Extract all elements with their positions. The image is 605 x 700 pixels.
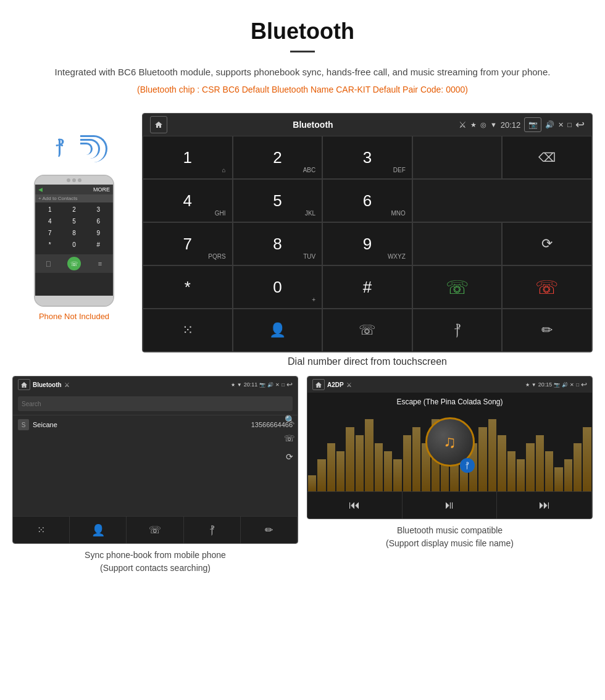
phone-call-button[interactable]: ☏ (67, 257, 81, 270)
bottom-bluetooth-icon[interactable]: ⳨ (412, 309, 503, 352)
page-description: Integrated with BC6 Bluetooth module, su… (37, 65, 568, 80)
music-caption: Bluetooth music compatible (Support disp… (386, 524, 514, 550)
call-green-button[interactable]: ☏ (412, 265, 503, 309)
pb-search-icon[interactable]: 🔍 (285, 415, 295, 425)
pb-contacts-button[interactable]: 👤 (70, 517, 127, 543)
phonebook-home-button[interactable] (18, 379, 30, 390)
bottom-dialpad-icon[interactable]: ⁙ (143, 309, 233, 352)
phonebook-search-row (13, 393, 298, 415)
call-red-button[interactable]: ☏ (502, 265, 592, 309)
car-dialpad-screen: Bluetooth ⚔ ★ ◎ ▼ 20:12 📷 🔊 ✕ □ ↩ 1 ⌂ (142, 113, 593, 352)
car-status-bar: Bluetooth ⚔ ★ ◎ ▼ 20:12 📷 🔊 ✕ □ ↩ (143, 114, 592, 136)
pb-call-icon[interactable]: ☏ (284, 433, 295, 443)
music-caption-line2: (Support display music file name) (386, 537, 514, 550)
dial-key-1[interactable]: 1 ⌂ (143, 136, 233, 179)
bluetooth-logo: ⳨ (56, 138, 64, 158)
pb-settings-button[interactable]: ✏ (241, 517, 298, 543)
eq-bar (583, 427, 591, 491)
bottom-settings-icon[interactable]: ✏ (502, 309, 592, 352)
dial-key-3[interactable]: 3 DEF (322, 136, 412, 179)
phone-key-5: 5 (66, 217, 82, 227)
car-status-right: ⚔ ★ ◎ ▼ 20:12 📷 🔊 ✕ □ ↩ (459, 117, 585, 132)
music-back-button[interactable]: ↩ (581, 380, 587, 389)
dial-key-hash[interactable]: # (322, 265, 412, 309)
music-status-left: A2DP ⚔ (312, 379, 352, 390)
phone-key-4: 4 (42, 217, 58, 227)
pb-dialpad-button[interactable]: ⁙ (13, 517, 70, 543)
home-button[interactable] (150, 116, 167, 133)
rewind-button[interactable]: ⏮ (307, 492, 403, 519)
music-block: A2DP ⚔ ★ ▼ 20:15 📷 🔊 ✕ □ ↩ Escap (307, 376, 593, 575)
phonebook-screen-title: Bluetooth (33, 381, 62, 388)
phone-dialpad-row-3: 7 8 9 (38, 228, 111, 238)
music-x-icon: ✕ (570, 382, 574, 388)
bottom-contacts-icon[interactable]: 👤 (233, 309, 323, 352)
x-icon: ✕ (558, 121, 564, 129)
eq-bar (356, 435, 364, 491)
pb-phone-button[interactable]: ☏ (127, 517, 183, 543)
eq-bar (526, 443, 534, 491)
phone-top-bar (35, 176, 113, 185)
phonebook-block: Bluetooth ⚔ ★ ▼ 20:11 📷 🔊 ✕ □ ↩ (12, 376, 298, 575)
music-note-icon: ♫ (443, 432, 456, 452)
eq-bar (545, 451, 553, 491)
phone-key-3: 3 (90, 205, 106, 215)
dial-key-8[interactable]: 8 TUV (233, 222, 323, 265)
bluetooth-specs: (Bluetooth chip : CSR BC6 Default Blueto… (37, 85, 568, 94)
dial-key-2[interactable]: 2 ABC (233, 136, 323, 179)
phonebook-screen: Bluetooth ⚔ ★ ▼ 20:11 📷 🔊 ✕ □ ↩ (12, 376, 298, 544)
eq-bar (336, 451, 344, 491)
eq-bar (564, 459, 572, 491)
dial-key-6[interactable]: 6 MNO (322, 179, 412, 222)
phonebook-usb-icon: ⚔ (64, 381, 70, 388)
music-time: 20:15 (538, 381, 553, 388)
dial-key-0[interactable]: 0 + (233, 265, 323, 309)
music-home-icon (315, 382, 322, 388)
music-album-art-wrapper: ♫ ⳨ (425, 411, 475, 473)
redial-button[interactable]: ⟳ (502, 222, 592, 265)
phonebook-search-input[interactable] (18, 396, 293, 411)
dial-caption: Dial number direct from touchscreen (130, 352, 605, 376)
dial-key-9[interactable]: 9 WXYZ (322, 222, 412, 265)
eq-bar (498, 435, 506, 491)
phonebook-right-icons: 🔍 ☏ ⟳ (284, 415, 295, 462)
signal-arc-3 (80, 135, 107, 162)
page-title: Bluetooth (37, 19, 568, 44)
dial-key-star[interactable]: * (143, 265, 233, 309)
eq-bar (308, 475, 316, 491)
phonebook-back-button[interactable]: ↩ (286, 380, 293, 389)
phonebook-caption: Sync phone-book from mobile phone (Suppo… (85, 549, 226, 575)
eq-bar (403, 435, 411, 491)
play-pause-button[interactable]: ⏯ (403, 492, 498, 519)
dial-key-5[interactable]: 5 JKL (233, 179, 323, 222)
music-home-button[interactable] (312, 379, 325, 390)
bottom-phone-icon[interactable]: ☏ (322, 309, 412, 352)
phonebook-status-right: ★ ▼ 20:11 📷 🔊 ✕ □ ↩ (231, 380, 293, 389)
eq-bar (554, 467, 562, 491)
eq-bar (365, 419, 373, 491)
phone-key-6: 6 (90, 217, 106, 227)
eq-bar (536, 435, 544, 491)
music-song-title: Escape (The Pina Colada Song) (396, 398, 503, 406)
pb-refresh-icon[interactable]: ⟳ (286, 452, 293, 462)
bluetooth-signal-illustration: ⳨ (49, 131, 99, 169)
music-win-icon: □ (576, 382, 579, 388)
pb-bluetooth-button[interactable]: ⳨ (184, 517, 241, 543)
contact-initial: S (18, 419, 29, 430)
dial-key-7[interactable]: 7 PQRS (143, 222, 233, 265)
phonebook-home-icon (21, 382, 27, 388)
contact-row: S Seicane 13566664466 (13, 415, 298, 434)
dialpad-grid: 1 ⌂ 2 ABC 3 DEF ⌫ 4 GHI 5 JKL (143, 136, 592, 352)
fast-forward-button[interactable]: ⏭ (497, 492, 592, 519)
backspace-button[interactable]: ⌫ (502, 136, 592, 179)
phone-camera-icon: ⎕ (46, 260, 51, 267)
phone-dot-3 (78, 178, 81, 182)
car-status-left (150, 116, 167, 133)
back-button[interactable]: ↩ (575, 118, 585, 131)
phone-not-included-label: Phone Not Included (39, 312, 109, 321)
window-icon: □ (567, 121, 572, 128)
music-camera-icon: 📷 (554, 382, 560, 388)
camera-button[interactable]: 📷 (524, 117, 541, 132)
dial-key-4[interactable]: 4 GHI (143, 179, 233, 222)
display-empty-3 (412, 222, 503, 265)
